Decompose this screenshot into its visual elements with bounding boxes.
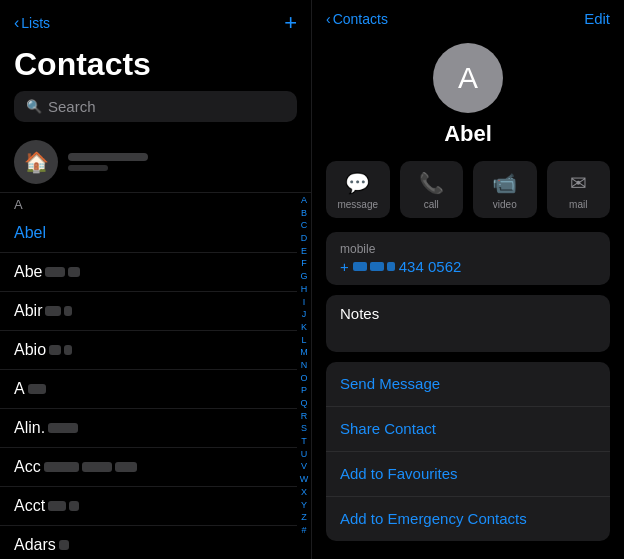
contacts-main: A Abel Abe Abir	[0, 193, 297, 559]
mail-label: mail	[569, 199, 587, 210]
mail-button[interactable]: ✉ mail	[547, 161, 611, 218]
video-icon: 📹	[492, 171, 517, 195]
blur-block	[82, 462, 112, 472]
list-item[interactable]: Acct	[0, 487, 297, 526]
alpha-k[interactable]: K	[301, 322, 307, 334]
contact-full-name: Abel	[444, 121, 492, 147]
alpha-a[interactable]: A	[301, 195, 307, 207]
list-item[interactable]: Abe	[0, 253, 297, 292]
message-icon: 💬	[345, 171, 370, 195]
share-contact-menu-item[interactable]: Share Contact	[326, 407, 610, 452]
alpha-b[interactable]: B	[301, 208, 307, 220]
alpha-t[interactable]: T	[301, 436, 307, 448]
alpha-o[interactable]: O	[300, 373, 307, 385]
alpha-x[interactable]: X	[301, 487, 307, 499]
blur-block	[115, 462, 137, 472]
contact-name-abe: Abe	[14, 263, 80, 280]
list-item[interactable]: A	[0, 370, 297, 409]
search-input[interactable]: Search	[48, 98, 96, 115]
alpha-y[interactable]: Y	[301, 500, 307, 512]
my-card-sub-blur	[68, 165, 108, 171]
notes-section: Notes	[326, 295, 610, 352]
contact-name-abir: Abir	[14, 302, 72, 319]
contact-name-acc: Acc	[14, 458, 137, 475]
phone-blur-block	[387, 262, 395, 271]
blur-block	[68, 267, 80, 277]
video-button[interactable]: 📹 video	[473, 161, 537, 218]
mobile-label: mobile	[340, 242, 596, 256]
alpha-p[interactable]: P	[301, 385, 307, 397]
right-header: ‹ Contacts Edit	[312, 0, 624, 33]
call-label: call	[424, 199, 439, 210]
contact-avatar: A	[433, 43, 503, 113]
blur-block	[48, 423, 78, 433]
back-to-contacts-label: Contacts	[333, 11, 388, 27]
alpha-d[interactable]: D	[301, 233, 308, 245]
send-message-label: Send Message	[340, 375, 440, 392]
search-bar[interactable]: 🔍 Search	[14, 91, 297, 122]
action-buttons: 💬 message 📞 call 📹 video ✉ mail	[312, 161, 624, 232]
list-item[interactable]: Alin.	[0, 409, 297, 448]
back-to-lists-label: Lists	[21, 15, 50, 31]
list-item[interactable]: Adars	[0, 526, 297, 559]
contact-name-abel: Abel	[14, 224, 46, 241]
add-to-favourites-menu-item[interactable]: Add to Favourites	[326, 452, 610, 497]
right-panel: ‹ Contacts Edit A Abel 💬 message 📞 call …	[312, 0, 624, 559]
list-item[interactable]: Acc	[0, 448, 297, 487]
contacts-list: A Abel Abe Abir	[0, 193, 311, 559]
phone-blur	[353, 262, 395, 271]
mobile-info-section: mobile + 434 0562	[326, 232, 610, 285]
alpha-n[interactable]: N	[301, 360, 308, 372]
alpha-j[interactable]: J	[302, 309, 307, 321]
alpha-l[interactable]: L	[301, 335, 306, 347]
alpha-v[interactable]: V	[301, 461, 307, 473]
message-button[interactable]: 💬 message	[326, 161, 390, 218]
contact-name-a: A	[14, 380, 46, 397]
alphabet-index: A B C D E F G H I J K L M N O P Q R S T …	[297, 193, 311, 559]
phone-blur-block	[370, 262, 384, 271]
alpha-f[interactable]: F	[301, 258, 307, 270]
alpha-m[interactable]: M	[300, 347, 308, 359]
contact-name-adars: Adars	[14, 536, 69, 553]
back-to-contacts-button[interactable]: ‹ Contacts	[326, 11, 388, 27]
blur-block	[28, 384, 46, 394]
notes-label: Notes	[340, 305, 596, 322]
list-item[interactable]: Abio	[0, 331, 297, 370]
my-card-avatar: 🏠	[14, 140, 58, 184]
menu-section: Send Message Share Contact Add to Favour…	[326, 362, 610, 541]
blur-block	[44, 462, 79, 472]
mobile-prefix: +	[340, 258, 349, 275]
add-to-emergency-label: Add to Emergency Contacts	[340, 510, 527, 527]
alpha-c[interactable]: C	[301, 220, 308, 232]
page-title: Contacts	[0, 42, 311, 91]
list-item[interactable]: Abir	[0, 292, 297, 331]
alpha-q[interactable]: Q	[300, 398, 307, 410]
blur-block	[45, 306, 61, 316]
add-contact-button[interactable]: +	[284, 10, 297, 36]
alpha-r[interactable]: R	[301, 411, 308, 423]
alpha-g[interactable]: G	[300, 271, 307, 283]
alpha-z[interactable]: Z	[301, 512, 307, 524]
message-label: message	[337, 199, 378, 210]
left-panel: ‹ Lists + Contacts 🔍 Search 🏠 A Abel A	[0, 0, 312, 559]
alpha-e[interactable]: E	[301, 246, 307, 258]
alpha-hash[interactable]: #	[301, 525, 306, 537]
alpha-w[interactable]: W	[300, 474, 309, 486]
my-card-row[interactable]: 🏠	[0, 132, 311, 193]
alpha-i[interactable]: I	[303, 297, 306, 309]
send-message-menu-item[interactable]: Send Message	[326, 362, 610, 407]
notes-row: Notes	[326, 295, 610, 352]
call-button[interactable]: 📞 call	[400, 161, 464, 218]
add-to-emergency-menu-item[interactable]: Add to Emergency Contacts	[326, 497, 610, 541]
alpha-s[interactable]: S	[301, 423, 307, 435]
edit-button[interactable]: Edit	[584, 10, 610, 27]
my-card-info	[68, 153, 148, 171]
back-to-lists-button[interactable]: ‹ Lists	[14, 14, 50, 32]
blur-block	[45, 267, 65, 277]
alpha-u[interactable]: U	[301, 449, 308, 461]
alpha-h[interactable]: H	[301, 284, 308, 296]
contact-name-acct: Acct	[14, 497, 79, 514]
avatar-letter: A	[458, 61, 478, 95]
list-item[interactable]: Abel	[0, 214, 297, 253]
mobile-row: mobile + 434 0562	[326, 232, 610, 285]
